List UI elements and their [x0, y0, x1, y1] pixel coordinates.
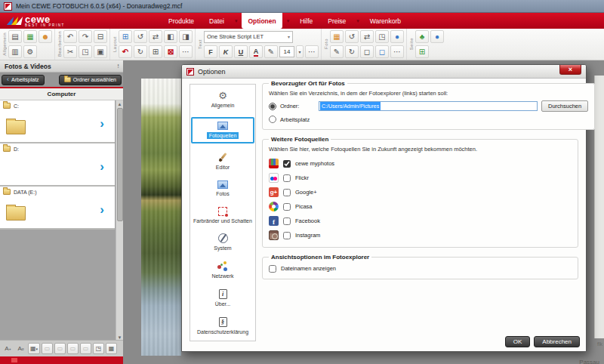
instagram-checkbox[interactable]: [283, 232, 291, 239]
menu-warenkorb[interactable]: Warenkorb: [364, 13, 407, 29]
web-image-button[interactable]: ●: [390, 30, 404, 43]
italic-button[interactable]: K: [219, 45, 233, 58]
folder-radio[interactable]: [269, 103, 276, 110]
rotate-image-left-button[interactable]: ↺: [345, 30, 359, 43]
choose-folder-button[interactable]: Ordner auswählen: [59, 75, 122, 85]
nav-netzwerk[interactable]: Netzwerk: [191, 260, 254, 280]
menu-produkte[interactable]: Produkte: [162, 13, 200, 29]
globe-button[interactable]: ●: [430, 30, 444, 43]
settings-button[interactable]: ⚙: [23, 45, 37, 58]
cancel-button[interactable]: Abbrechen: [534, 336, 580, 347]
bold-button[interactable]: F: [204, 45, 217, 58]
cewe-myphotos-checkbox[interactable]: [283, 160, 291, 168]
flip-image-button[interactable]: ⇄: [360, 30, 374, 43]
facebook-checkbox[interactable]: [283, 217, 291, 225]
menu-preise[interactable]: Preise: [322, 13, 352, 29]
rotate-image-right-button[interactable]: ↻: [345, 45, 359, 58]
rotate-left-button[interactable]: ↺: [134, 30, 147, 43]
nav-datenschutz[interactable]: § Datenschutzerklärung: [191, 316, 254, 336]
view-layout-4-button[interactable]: ▭: [80, 343, 91, 354]
drive-label: DATA (E:): [14, 190, 36, 195]
folder-icon: [3, 146, 11, 152]
nav-farbraender[interactable]: Farbränder und Schatten: [191, 205, 254, 225]
thumbnail-view-button[interactable]: ▦▾: [28, 343, 40, 354]
delete-button[interactable]: ⊟: [94, 30, 107, 43]
dialog-close-button[interactable]: ×: [559, 65, 581, 75]
grid-button[interactable]: ⊞: [119, 30, 132, 43]
chevron-right-icon[interactable]: ›: [100, 159, 104, 172]
view-layout-3-button[interactable]: ▭: [67, 343, 79, 354]
undo-button[interactable]: ↶: [63, 30, 77, 43]
more-layout-button[interactable]: ⋯: [179, 45, 193, 58]
font-family-select[interactable]: One Stroke Script LET ▾: [204, 31, 293, 43]
section-label: Text: [198, 39, 202, 49]
scroll-up-icon[interactable]: ▲: [116, 100, 123, 108]
show-filenames-checkbox[interactable]: [269, 265, 276, 273]
flickr-checkbox[interactable]: [283, 174, 291, 182]
image-border-button[interactable]: ◻: [375, 45, 389, 58]
scrollbar-thumb[interactable]: [117, 108, 123, 221]
workspace-back-button[interactable]: ‹ Arbeitsplatz: [2, 75, 45, 85]
ok-button[interactable]: OK: [505, 336, 531, 347]
page-layout-button[interactable]: ⊞: [415, 45, 429, 58]
photo-sources-icon: [217, 122, 228, 130]
drive-item-d[interactable]: D: ›: [0, 143, 115, 187]
menu-datei[interactable]: Datei: [203, 13, 230, 29]
rotate-right-button[interactable]: ↻: [134, 45, 147, 58]
drive-item-e[interactable]: DATA (E:) ›: [0, 187, 115, 230]
menu-hilfe[interactable]: Hilfe: [294, 13, 319, 29]
drive-item-c[interactable]: C: ›: [0, 100, 115, 143]
picasa-checkbox[interactable]: [283, 203, 291, 211]
copy-button[interactable]: ◳: [79, 45, 92, 58]
nav-system[interactable]: System: [191, 232, 254, 252]
image-frame-button[interactable]: ◻: [360, 45, 374, 58]
nav-ueber[interactable]: i Über...: [191, 288, 254, 308]
edit-image-button[interactable]: ✎: [330, 45, 344, 58]
insert-image-button[interactable]: ▦: [330, 30, 344, 43]
folder-path-input[interactable]: C:/Users/Admin/Pictures: [319, 101, 538, 111]
save-button[interactable]: ▤: [8, 30, 22, 43]
menu-optionen[interactable]: Optionen: [242, 13, 282, 29]
chevron-right-icon[interactable]: ›: [100, 202, 104, 215]
rotate-left-page-button[interactable]: ↶: [119, 45, 132, 58]
save-as-button[interactable]: ▥: [8, 45, 22, 58]
nav-fotos[interactable]: Fotos: [191, 179, 254, 198]
redo-button[interactable]: ↷: [79, 30, 92, 43]
zoom-in-thumbnails-button[interactable]: A+: [2, 343, 14, 354]
view-layout-2-button[interactable]: ▭: [54, 343, 66, 354]
nav-editor[interactable]: Editor: [191, 151, 254, 171]
font-size-select[interactable]: 14: [279, 46, 294, 57]
browse-button[interactable]: Durchsuchen: [541, 100, 588, 112]
font-size-caret[interactable]: ▾: [296, 45, 304, 58]
reorder-button[interactable]: ⊞: [149, 45, 162, 58]
view-layout-1-button[interactable]: ▭: [42, 343, 53, 354]
more-photo-button[interactable]: ⋯: [390, 45, 404, 58]
paste-button[interactable]: ▣: [94, 45, 107, 58]
preview-page-button[interactable]: ◳: [93, 343, 104, 354]
map-button[interactable]: ♣: [415, 30, 429, 43]
open-project-button[interactable]: ▦: [23, 30, 37, 43]
picasa-icon: [269, 202, 279, 211]
page-right-button[interactable]: ◨: [179, 30, 193, 43]
splitter-grip-icon[interactable]: ⁞: [117, 63, 119, 69]
font-color-button[interactable]: A: [249, 45, 263, 58]
border-shadow-icon: [218, 207, 227, 216]
chevron-right-icon[interactable]: ›: [100, 116, 104, 129]
zoom-out-thumbnails-button[interactable]: Ao: [15, 343, 26, 354]
google-plus-checkbox[interactable]: [283, 189, 291, 196]
duplicate-image-button[interactable]: ◳: [375, 30, 389, 43]
flip-button[interactable]: ⇄: [149, 30, 162, 43]
more-text-button[interactable]: ⋯: [305, 45, 319, 58]
nav-fotoquellen[interactable]: Fotoquellen: [191, 117, 254, 143]
info-doc-icon: i: [219, 289, 227, 299]
cut-button[interactable]: ✂: [63, 45, 77, 58]
delete-page-button[interactable]: ⊠: [164, 45, 177, 58]
nav-allgemein[interactable]: ⚙ Allgemein: [191, 89, 254, 110]
underline-button[interactable]: U: [234, 45, 248, 58]
pen-color-button[interactable]: ✎: [264, 45, 278, 58]
user-account-button[interactable]: ☻: [39, 30, 52, 43]
page-left-button[interactable]: ◧: [164, 30, 177, 43]
tree-scrollbar[interactable]: ▲ ▼: [116, 100, 123, 341]
show-info-button[interactable]: ▦: [106, 343, 117, 354]
workspace-radio[interactable]: [269, 116, 276, 123]
